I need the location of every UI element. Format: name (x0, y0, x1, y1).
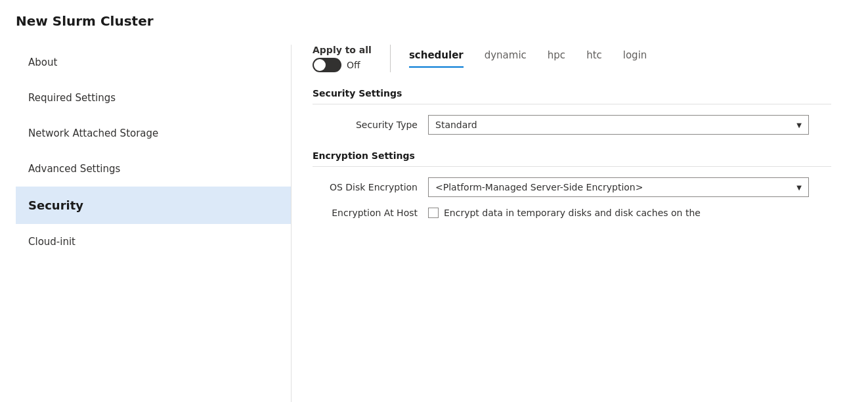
sidebar-item-required-settings[interactable]: Required Settings (16, 80, 291, 116)
toggle-row: Off (313, 58, 372, 72)
sidebar-item-about[interactable]: About (16, 45, 291, 80)
encryption-at-host-label: Encryption At Host (313, 208, 418, 218)
encryption-settings-header: Encryption Settings (313, 150, 831, 167)
tab-login[interactable]: login (623, 49, 647, 68)
encryption-at-host-checkbox[interactable] (428, 208, 439, 218)
toggle-thumb (314, 59, 326, 71)
encryption-at-host-text: Encrypt data in temporary disks and disk… (444, 208, 701, 218)
tab-hpc[interactable]: hpc (548, 49, 565, 68)
security-type-row: Security Type Standard ▼ (313, 115, 831, 135)
apply-to-all-toggle[interactable] (313, 58, 341, 72)
encryption-at-host-row: Encryption At Host Encrypt data in tempo… (313, 208, 831, 218)
security-type-arrow-icon: ▼ (796, 122, 802, 129)
top-controls: Apply to all Off scheduler dynamic (313, 45, 831, 72)
security-settings-section: Security Settings Security Type Standard… (313, 88, 831, 135)
encryption-settings-section: Encryption Settings OS Disk Encryption <… (313, 150, 831, 218)
sidebar-item-cloud-init[interactable]: Cloud-init (16, 224, 291, 259)
os-disk-label: OS Disk Encryption (313, 182, 418, 192)
encryption-at-host-checkbox-row: Encrypt data in temporary disks and disk… (428, 208, 701, 218)
tab-scheduler[interactable]: scheduler (409, 49, 464, 68)
page-container: New Slurm Cluster About Required Setting… (0, 0, 868, 402)
os-disk-encryption-row: OS Disk Encryption <Platform-Managed Ser… (313, 177, 831, 197)
page-title: New Slurm Cluster (16, 13, 852, 29)
tab-htc[interactable]: htc (586, 49, 602, 68)
tabs-row: scheduler dynamic hpc htc login (409, 49, 647, 68)
toggle-off-label: Off (347, 60, 360, 70)
os-disk-value: <Platform-Managed Server-Side Encryption… (435, 182, 643, 192)
sidebar-item-security[interactable]: Security (16, 187, 291, 224)
main-content: Apply to all Off scheduler dynamic (292, 45, 852, 402)
security-settings-header: Security Settings (313, 88, 831, 104)
sidebar-item-network-attached-storage[interactable]: Network Attached Storage (16, 116, 291, 151)
security-type-label: Security Type (313, 120, 418, 130)
main-layout: About Required Settings Network Attached… (16, 45, 852, 402)
security-type-dropdown[interactable]: Standard ▼ (428, 115, 809, 135)
apply-to-all-label: Apply to all (313, 45, 372, 55)
tab-dynamic[interactable]: dynamic (485, 49, 527, 68)
security-type-value: Standard (435, 120, 477, 130)
os-disk-arrow-icon: ▼ (796, 184, 802, 191)
sidebar-item-advanced-settings[interactable]: Advanced Settings (16, 151, 291, 187)
os-disk-dropdown[interactable]: <Platform-Managed Server-Side Encryption… (428, 177, 809, 197)
apply-to-all-section: Apply to all Off (313, 45, 391, 72)
sidebar: About Required Settings Network Attached… (16, 45, 292, 402)
